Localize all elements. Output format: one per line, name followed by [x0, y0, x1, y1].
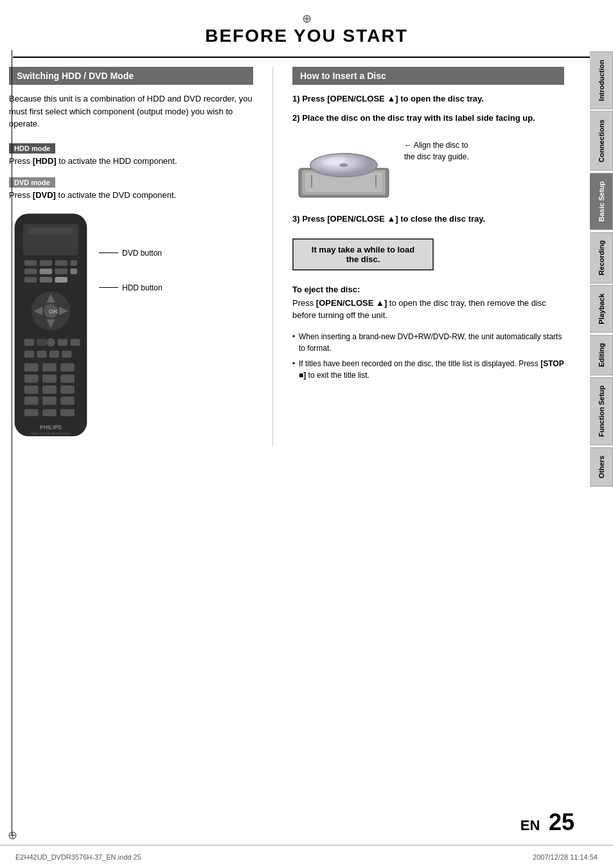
svg-rect-35: [60, 374, 75, 382]
warning-box: It may take a while to load the disc.: [292, 238, 434, 270]
svg-text:OK: OK: [49, 308, 58, 315]
svg-rect-40: [42, 396, 57, 405]
sidebar-tabs: Introduction Connections Basic Setup Rec…: [590, 51, 613, 489]
svg-rect-7: [24, 268, 37, 274]
svg-rect-6: [70, 260, 77, 265]
bottom-bar: E2H42UD_DVDR3576H-37_EN.indd 25 2007/12/…: [0, 845, 613, 868]
bullet-item-2: If titles have been recorded on the disc…: [292, 358, 564, 381]
svg-rect-12: [40, 276, 52, 282]
footer-right-text: 2007/12/28 11:14:54: [533, 853, 598, 861]
tab-connections[interactable]: Connections: [590, 111, 613, 171]
page-title: BEFORE YOU START: [13, 0, 600, 58]
disc-image-area: [292, 133, 395, 204]
page-number: 25: [549, 809, 574, 835]
left-column: Switching HDD / DVD Mode Because this un…: [9, 67, 253, 447]
svg-rect-36: [24, 385, 39, 393]
dvd-mode-label: DVD mode: [9, 177, 55, 188]
svg-rect-3: [24, 260, 37, 265]
svg-rect-9: [55, 268, 67, 274]
eject-section: To eject the disc: Press [OPEN/CLOSE ▲] …: [292, 285, 564, 322]
vertical-divider: [272, 67, 273, 447]
en-label: EN: [520, 817, 540, 833]
svg-rect-32: [60, 363, 75, 371]
svg-rect-42: [24, 409, 39, 416]
eject-title: To eject the disc:: [292, 285, 564, 294]
remote-labels: DVD button HDD button: [93, 249, 163, 292]
tab-introduction[interactable]: Introduction: [590, 51, 613, 109]
tab-basic-setup[interactable]: Basic Setup: [590, 173, 613, 230]
tab-others[interactable]: Others: [590, 447, 613, 486]
tab-recording[interactable]: Recording: [590, 232, 613, 283]
tab-editing[interactable]: Editing: [590, 335, 613, 375]
right-column: How to Insert a Disc 1) Press [OPEN/CLOS…: [292, 67, 564, 447]
dvd-button-label-line: DVD button: [99, 249, 163, 258]
svg-rect-47: [55, 276, 67, 282]
svg-rect-5: [55, 260, 67, 265]
svg-rect-4: [40, 260, 52, 265]
svg-rect-41: [60, 396, 75, 405]
svg-rect-38: [60, 385, 75, 393]
svg-rect-34: [42, 374, 57, 382]
warning-text-line1: It may take a while to load: [312, 245, 414, 254]
tab-playback[interactable]: Playback: [590, 285, 613, 333]
tab-function-setup[interactable]: Function Setup: [590, 377, 613, 445]
remote-illustration: OK: [9, 210, 253, 447]
step3-text: 3) Press [OPEN/CLOSE ▲] to close the dis…: [292, 213, 564, 226]
svg-rect-25: [70, 339, 80, 346]
hdd-button-label-line: HDD button: [99, 283, 163, 292]
bullet-item-1: When inserting a brand-new DVD+RW/DVD-RW…: [292, 331, 564, 354]
svg-text:HDD & DVD RECORDER: HDD & DVD RECORDER: [31, 431, 71, 435]
svg-point-23: [47, 338, 55, 346]
hdd-mode-text: Press [HDD] to activate the HDD componen…: [9, 156, 253, 166]
crosshair-top-icon: ⊕: [302, 12, 312, 26]
bullet-points: When inserting a brand-new DVD+RW/DVD-RW…: [292, 331, 564, 381]
remote-svg: OK: [9, 210, 93, 447]
svg-rect-2: [28, 227, 73, 235]
eject-text: Press [OPEN/CLOSE ▲] to open the disc tr…: [292, 297, 564, 322]
page-number-area: EN 25: [520, 809, 574, 836]
svg-rect-44: [60, 409, 75, 416]
svg-rect-21: [24, 339, 34, 346]
right-section-header: How to Insert a Disc: [292, 67, 564, 85]
svg-rect-26: [24, 350, 34, 357]
svg-text:PHILIPS: PHILIPS: [40, 424, 62, 430]
svg-rect-22: [37, 339, 46, 346]
svg-rect-31: [42, 363, 57, 371]
hdd-mode-label: HDD mode: [9, 143, 55, 154]
svg-rect-27: [37, 350, 46, 357]
step1-text: 1) Press [OPEN/CLOSE ▲] to open the disc…: [292, 93, 564, 105]
step2-text: 2) Place the disc on the disc tray with …: [292, 112, 564, 125]
svg-rect-10: [70, 268, 77, 274]
page-wrapper: ⊕ BEFORE YOU START Introduction Connecti…: [0, 0, 613, 868]
dvd-button-label: DVD button: [122, 249, 162, 258]
svg-rect-30: [24, 363, 39, 371]
warning-box-container: It may take a while to load the disc.: [292, 232, 564, 277]
svg-rect-37: [42, 385, 57, 393]
dvd-mode-text: Press [DVD] to activate the DVD componen…: [9, 190, 253, 200]
disc-tray-svg: [292, 133, 395, 204]
svg-rect-11: [24, 276, 37, 282]
left-intro-text: Because this unit is a combination of HD…: [9, 93, 253, 130]
svg-point-54: [339, 163, 348, 167]
svg-rect-24: [58, 339, 67, 346]
svg-rect-43: [42, 409, 57, 416]
crosshair-bottom-left-icon: ⊕: [8, 828, 17, 842]
svg-rect-29: [62, 350, 71, 357]
svg-rect-48: [40, 268, 52, 274]
disc-illustration: ← Align the disc tothe disc tray guide.: [292, 133, 564, 204]
footer-left-text: E2H42UD_DVDR3576H-37_EN.indd 25: [15, 853, 141, 861]
hdd-button-label: HDD button: [122, 283, 163, 292]
svg-rect-33: [24, 374, 39, 382]
svg-rect-28: [49, 350, 59, 357]
disc-align-label: ← Align the disc tothe disc tray guide.: [404, 139, 469, 163]
content-area: Switching HDD / DVD Mode Because this un…: [0, 58, 590, 456]
left-section-header: Switching HDD / DVD Mode: [9, 67, 253, 85]
warning-text-line2: the disc.: [346, 254, 380, 264]
svg-rect-39: [24, 396, 39, 405]
